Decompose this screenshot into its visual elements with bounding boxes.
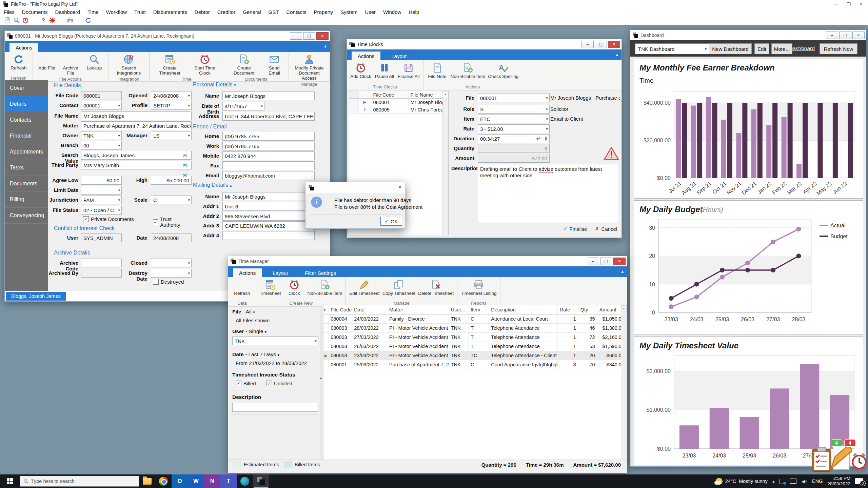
taskbar-clock[interactable]: 2:58 PM28/03/2022 [827,476,850,487]
timesheet-row[interactable]: 080003 27/03/2022 PI - Motor Vehicle Acc… [323,333,627,342]
volume-muted-icon[interactable]: ◀× [801,479,807,484]
mailing-name-field[interactable]: Mr Joseph Bloggs [222,192,315,201]
app-minimize-button[interactable]: – [835,1,838,6]
filepro-icon[interactable] [253,474,269,488]
phone-work-field[interactable]: (08) 9785 7766 [222,142,315,150]
close-button[interactable]: × [608,41,620,48]
tab[interactable]: Layout [267,268,294,277]
sidebar-item[interactable]: Details [5,96,48,112]
menu-item[interactable]: GST [265,9,283,15]
email-field[interactable]: bloggsy@hotmail.com [222,171,315,180]
email-icon[interactable]: ✉ [182,153,187,159]
teams-icon[interactable]: T [220,474,237,488]
grid-scrollbar[interactable]: ▲ [442,91,448,235]
time-clock-icon[interactable] [21,17,30,24]
col-date[interactable]: Date [352,305,387,314]
collapse-ribbon-icon[interactable]: ▴ [621,269,624,274]
menu-item[interactable]: Time [84,9,102,15]
third-party-field[interactable]: Mrs Mary Smith [81,161,192,169]
sidebar-item[interactable]: Conveyancing [5,208,48,224]
scale-field[interactable]: C▾ [151,196,192,204]
ribbon-button[interactable]: Clock [282,279,306,300]
personal-address-field[interactable]: Unit 6, 344 Robertson Blvd, CAPE LEEUWIN… [222,112,315,121]
outlook-icon[interactable]: O [172,474,188,488]
filter-user[interactable]: User - Single ▾ [232,328,267,334]
edit-document-icon[interactable] [830,443,852,472]
col-user[interactable]: User... [449,305,469,314]
ribbon-button[interactable]: Search Integrations [111,53,147,76]
dialog-close-icon[interactable]: × [398,184,401,190]
manager-field[interactable]: LS▾ [151,131,192,140]
col-matter[interactable]: Matter [387,305,449,314]
timesheet-row[interactable]: 080003 26/03/2022 PI - Motor Vehicle Acc… [323,342,627,351]
ribbon-button[interactable]: Add File [35,53,59,76]
ribbon-button[interactable]: Add Clock [349,62,373,84]
dashboard-selector[interactable]: TNK Dashboard▾ [635,43,710,54]
document-icon[interactable] [3,17,12,24]
edge-icon[interactable] [237,474,253,488]
file-bottom-tab[interactable]: Bloggs, Joseph James [6,292,66,301]
archive-code-field[interactable] [81,259,122,267]
sidebar-item[interactable]: Cover [5,80,48,96]
owner-field[interactable]: TNK▾ [81,131,122,140]
close-button[interactable]: × [316,32,329,40]
menu-item[interactable]: Contacts [282,9,310,15]
file-window-title-bar[interactable]: 080001 - Mr Joseph Bloggs (Purchase of A… [5,31,330,41]
app-close-button[interactable]: × [860,1,863,6]
agree-low-field[interactable]: $0.00 [81,176,122,185]
collapse-section-icon[interactable]: ▴ [230,183,232,188]
sidebar-item[interactable]: Appointments [5,144,48,160]
branch-field[interactable]: 00▾ [81,141,122,150]
ribbon-button[interactable]: Non-Billable Item [306,279,344,300]
menu-item[interactable]: Files [0,9,18,15]
collapse-ribbon-icon[interactable]: ▴ [324,43,327,48]
fax-field[interactable] [222,161,315,170]
ribbon-button[interactable]: Pause All [373,62,396,84]
ribbon-button[interactable]: Send Email [262,53,287,76]
duration-field[interactable]: 00:34:27↩Ⅱ [478,134,550,143]
finalise-button[interactable]: ✓Finalise [563,226,587,232]
addr4-field[interactable] [222,231,315,240]
menu-item[interactable]: Window [379,9,405,15]
close-button[interactable]: × [613,258,626,265]
clock-role-field[interactable]: S▾ [478,105,550,114]
ok-button[interactable]: ✓OK [380,217,402,226]
maximize-button[interactable]: ▢ [595,41,607,48]
file-status-field[interactable]: 02 - Open / C▾ [81,206,122,215]
timesheet-row[interactable]: 080004 24/03/2022 Family - Divorce TNK C… [323,314,627,324]
clock-description-field[interactable]: Drafting email to Client to advize outco… [478,164,618,223]
minimize-button[interactable]: – [290,32,302,40]
time-clocks-title-bar[interactable]: Time Clocks – ▢ × [347,39,622,49]
menu-item[interactable]: Help [405,9,423,15]
app-maximize-button[interactable]: ▢ [847,1,851,6]
alarm-clock-icon[interactable] [851,451,867,472]
ribbon-button[interactable]: Refresh [7,53,31,75]
search-value-field[interactable]: Bloggs, Joseph James [81,151,192,160]
tray-expand-icon[interactable]: ▴ [772,479,775,484]
filter-icon[interactable]: ▾ [323,305,329,314]
ribbon-button[interactable]: Archive File [59,53,82,76]
clock-file-field[interactable]: 080001▾ [478,94,550,102]
tab-actions[interactable]: Actions [9,43,38,52]
phone-home-field[interactable]: (08) 9785 7755 [222,132,315,141]
time-manager-title-bar[interactable]: Time Manager – ▢ × [228,256,627,266]
tab[interactable]: Actions [233,268,262,277]
menu-item[interactable]: Disbursements [150,9,191,15]
profile-field[interactable]: SETRP▾ [151,101,192,110]
cancel-button[interactable]: ✗Cancel [595,226,617,232]
email-icon[interactable]: ✉ [182,163,187,169]
ribbon-button[interactable]: File Note [426,62,449,84]
file-code-field[interactable]: 080001 [81,91,122,100]
clock-row[interactable]: Ⅱ080005Mr Chris Forbes [349,106,448,114]
limit-date-field[interactable]: ▾ [81,186,122,195]
tab[interactable]: Filter Settings [299,268,342,277]
start-button[interactable] [0,474,20,488]
dashboard-background-link[interactable]: Dashboard [789,45,815,52]
new-dashboard-button[interactable]: New Dashboard [709,43,752,54]
menu-item[interactable]: Property [310,9,337,15]
file-explorer-icon[interactable] [139,474,155,488]
ribbon-button[interactable]: Lookup [82,53,106,76]
menu-item[interactable]: Debtor [191,9,214,15]
ribbon-button[interactable]: Edit Timesheet [348,279,381,300]
timesheet-row[interactable]: 080001 25/03/2022 Purchase of Apartment … [323,360,627,369]
